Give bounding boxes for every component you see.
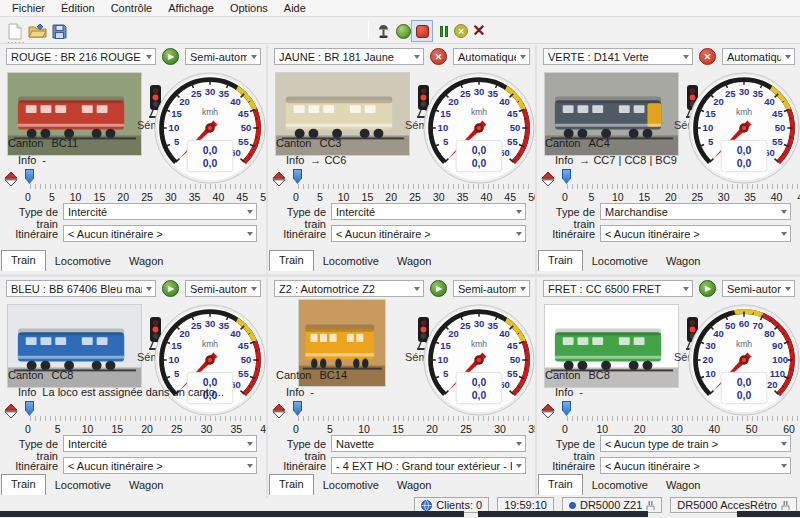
slider-scale: 05101520253035404550 <box>296 191 534 203</box>
save-file-icon[interactable] <box>48 20 70 42</box>
tab-train[interactable]: Train <box>538 474 583 495</box>
chevron-down-icon <box>414 55 420 59</box>
direction-icon[interactable] <box>4 403 18 421</box>
speed-slider[interactable] <box>30 416 264 421</box>
speed-slider-handle[interactable] <box>25 401 34 416</box>
speed-slider[interactable] <box>567 184 798 189</box>
tab-wagon[interactable]: Wagon <box>120 252 172 271</box>
train-type-select[interactable]: Intercité <box>63 435 257 452</box>
slider-scale-label: 15 <box>111 423 123 435</box>
direction-icon[interactable] <box>272 171 286 189</box>
tab-train[interactable]: Train <box>269 250 314 271</box>
mode-select[interactable]: Semi-automatique <box>722 280 795 297</box>
slider-scale-label: 20 <box>117 191 129 203</box>
info-value: → CC6 <box>310 154 346 166</box>
train-type-select[interactable]: Intercité <box>331 203 526 220</box>
tab-wagon[interactable]: Wagon <box>388 252 440 271</box>
canton-label: Canton <box>8 137 43 149</box>
tab-locomotive[interactable]: Locomotive <box>583 252 657 271</box>
speed-slider[interactable] <box>298 416 533 421</box>
tab-train[interactable]: Train <box>1 474 46 495</box>
train-type-select[interactable]: Intercité <box>63 203 257 220</box>
chevron-down-icon <box>683 55 689 59</box>
lamp-icon[interactable] <box>372 20 394 42</box>
slider-scale-label: 15 <box>94 191 106 203</box>
itinerary-value: < Aucun itinéraire > <box>68 460 243 472</box>
slider-scale-label: 50 <box>746 423 758 435</box>
direction-icon[interactable] <box>272 403 286 421</box>
menu-controle[interactable]: Contrôle <box>103 1 161 15</box>
tab-locomotive[interactable]: Locomotive <box>46 476 120 495</box>
stop-button[interactable] <box>699 48 716 65</box>
svg-text:5: 5 <box>174 368 180 379</box>
start-button[interactable] <box>430 280 447 297</box>
locomotive-select[interactable]: JAUNE : BR 181 Jaune <box>274 48 424 65</box>
menu-fichier[interactable]: Fichier <box>4 1 53 15</box>
start-button[interactable] <box>162 48 179 65</box>
slider-scale-label: 35 <box>744 191 756 203</box>
svg-text:100: 100 <box>772 354 788 365</box>
mode-select[interactable]: Semi-automatique <box>185 48 261 65</box>
locomotive-select[interactable]: BLEU : BB 67406 Bleu marine <box>6 280 156 297</box>
train-type-label: Type de train <box>0 206 58 230</box>
svg-text:10: 10 <box>169 354 180 365</box>
tab-train[interactable]: Train <box>538 250 583 271</box>
mode-select[interactable]: Automatique <box>722 48 795 65</box>
locomotive-select[interactable]: ROUGE : BR 216 ROUGE <box>6 48 156 65</box>
tab-locomotive[interactable]: Locomotive <box>314 252 388 271</box>
stop-button[interactable] <box>430 48 447 65</box>
speed-slider-handle[interactable] <box>293 401 302 416</box>
open-file-icon[interactable] <box>26 20 48 42</box>
speed-slider[interactable] <box>567 416 798 421</box>
menu-affichage[interactable]: Affichage <box>160 1 222 15</box>
speed-slider-handle[interactable] <box>25 169 34 184</box>
stop-all-icon[interactable] <box>411 20 433 42</box>
start-button[interactable] <box>162 280 179 297</box>
mode-select[interactable]: Semi-automatique <box>453 280 530 297</box>
direction-icon[interactable] <box>541 403 555 421</box>
svg-text:30: 30 <box>205 318 216 329</box>
mode-select[interactable]: Automatique <box>453 48 530 65</box>
tab-wagon[interactable]: Wagon <box>657 252 709 271</box>
direction-icon[interactable] <box>4 171 18 189</box>
tab-locomotive[interactable]: Locomotive <box>583 476 657 495</box>
menu-aide[interactable]: Aide <box>276 1 314 15</box>
speed-slider-handle[interactable] <box>562 401 571 416</box>
speed-slider-handle[interactable] <box>562 169 571 184</box>
svg-text:40: 40 <box>499 328 510 339</box>
chevron-down-icon <box>516 464 522 468</box>
itinerary-select[interactable]: < Aucun itinéraire > <box>600 457 791 474</box>
menu-edition[interactable]: Édition <box>53 1 103 15</box>
itinerary-select[interactable]: < Aucun itinéraire > <box>600 225 791 242</box>
train-type-select[interactable]: < Aucun type de train > <box>600 435 791 452</box>
chevron-down-icon <box>781 442 787 446</box>
speed-slider[interactable] <box>30 184 264 189</box>
itinerary-select[interactable]: < Aucun itinéraire > <box>63 457 257 474</box>
locomotive-select[interactable]: VERTE : D141 Verte <box>543 48 693 65</box>
tab-locomotive[interactable]: Locomotive <box>46 252 120 271</box>
start-button[interactable] <box>699 280 716 297</box>
itinerary-select[interactable]: < Aucun itinéraire > <box>331 225 526 242</box>
locomotive-select[interactable]: Z2 : Automotrice Z2 <box>274 280 424 297</box>
mode-select[interactable]: Semi-automatique <box>185 280 261 297</box>
tab-wagon[interactable]: Wagon <box>388 476 440 495</box>
menu-options[interactable]: Options <box>222 1 276 15</box>
itinerary-select[interactable]: - 4 EXT HO : Grand tour extérieur - Hora… <box>331 457 526 474</box>
tab-locomotive[interactable]: Locomotive <box>314 476 388 495</box>
gauge-svg: 51015202530354045505560kmh0,00,0 <box>421 302 535 418</box>
itinerary-value: < Aucun itinéraire > <box>68 228 243 240</box>
tab-wagon[interactable]: Wagon <box>657 476 709 495</box>
slider-scale-label: 20 <box>385 191 397 203</box>
speed-slider[interactable] <box>298 184 533 189</box>
emergency-stop-icon[interactable]: ✕ <box>468 20 490 42</box>
itinerary-select[interactable]: < Aucun itinéraire > <box>63 225 257 242</box>
train-type-select[interactable]: Navette <box>331 435 526 452</box>
direction-icon[interactable] <box>541 171 555 189</box>
tab-train[interactable]: Train <box>269 474 314 495</box>
toolbar: ····· ✕ ✕ <box>0 17 800 44</box>
train-type-select[interactable]: Marchandise <box>600 203 791 220</box>
locomotive-select[interactable]: FRET : CC 6500 FRET <box>543 280 693 297</box>
tab-wagon[interactable]: Wagon <box>120 476 172 495</box>
tab-train[interactable]: Train <box>1 250 46 271</box>
speed-slider-handle[interactable] <box>293 169 302 184</box>
